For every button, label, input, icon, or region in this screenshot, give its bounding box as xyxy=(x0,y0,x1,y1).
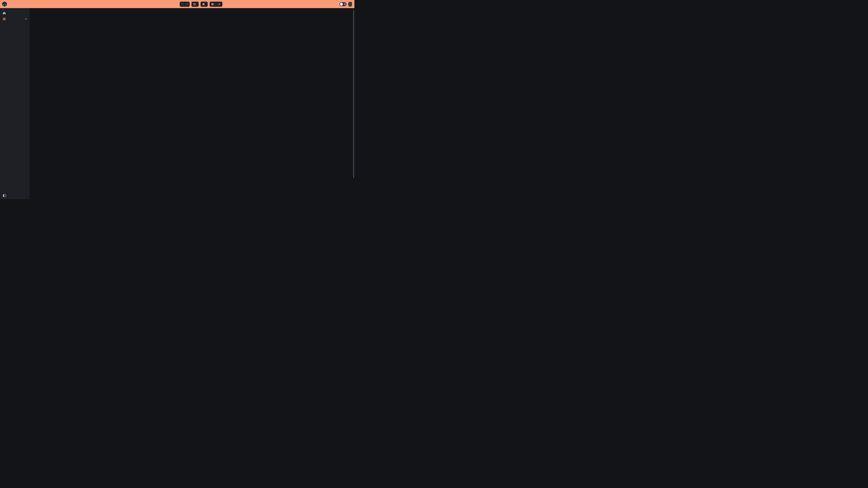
sidebar xyxy=(0,8,30,199)
manage-button[interactable] xyxy=(191,2,199,7)
moon-icon xyxy=(344,3,346,5)
main-content xyxy=(30,8,354,199)
toggle-knob xyxy=(340,3,343,6)
archive-icon xyxy=(193,3,196,5)
edit-pencil-icon[interactable] xyxy=(218,3,221,5)
brand[interactable] xyxy=(2,0,8,8)
neetbox-logo-icon xyxy=(2,2,7,6)
top-header xyxy=(0,0,354,8)
chevron-up-icon xyxy=(25,18,27,20)
history-badge xyxy=(182,4,184,4)
header-right xyxy=(340,0,352,8)
params-button[interactable] xyxy=(200,2,208,7)
divider xyxy=(216,3,217,6)
page-scrollbar[interactable] xyxy=(353,9,354,178)
note-button-group xyxy=(210,2,222,7)
header-controls xyxy=(180,0,222,8)
history-selector[interactable] xyxy=(180,2,190,7)
home-icon xyxy=(3,12,6,14)
sidebar-item-overview[interactable] xyxy=(0,10,30,16)
info-icon xyxy=(202,3,205,5)
chevron-down-icon xyxy=(186,4,188,5)
note-icon[interactable] xyxy=(211,3,214,5)
login-button[interactable] xyxy=(348,2,352,6)
app-root xyxy=(0,0,354,199)
collapse-sidebar-icon xyxy=(3,194,6,197)
dark-mode-toggle[interactable] xyxy=(340,2,346,6)
projects-list-icon xyxy=(3,18,6,20)
collapse-sidebar-button[interactable] xyxy=(3,194,8,197)
sidebar-item-projects[interactable] xyxy=(0,16,30,22)
